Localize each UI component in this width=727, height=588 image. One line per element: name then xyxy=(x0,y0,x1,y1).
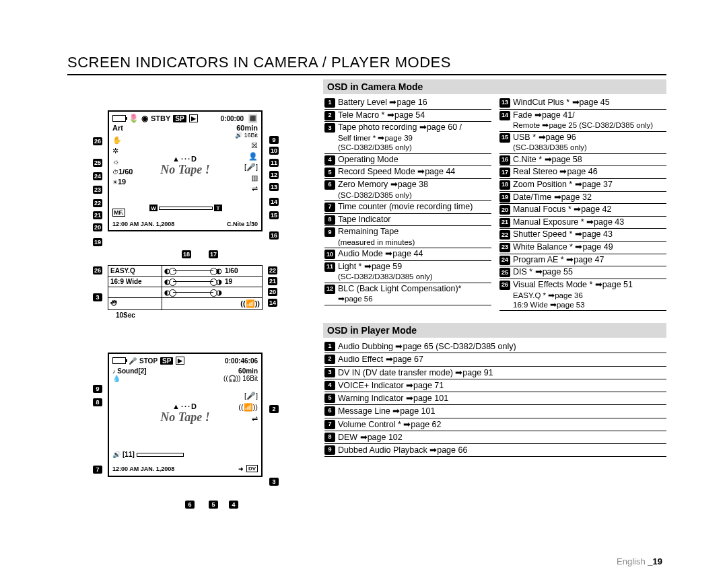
legend-text: Date/Time ➡page 32 xyxy=(513,192,666,203)
mini-settings-panel: EASY.Q◐◐1/60 16:9 Wide◐◑19 ◐◑ 🖑((📶)) xyxy=(108,265,263,310)
legend-item-26: 26Visual Effects Mode * ➡page 51EASY.Q *… xyxy=(499,279,666,311)
legend-num: 14 xyxy=(499,111,510,120)
legend-text: Tape photo recording ➡page 60 /Self time… xyxy=(338,122,491,152)
legend-item-12: 12BLC (Back Light Compensation)*➡page 56 xyxy=(324,283,491,305)
section-camera-band: OSD in Camera Mode xyxy=(323,79,666,94)
legend-num: 11 xyxy=(324,262,335,272)
mini-callout-20: 20 xyxy=(268,288,277,296)
pcallout-6: 6 xyxy=(185,501,195,509)
legend-num: 20 xyxy=(499,205,510,215)
callout-21: 21 xyxy=(93,211,102,219)
play-icon: ▶ xyxy=(176,357,184,365)
legend-text: Audio Mode ➡page 44 xyxy=(338,249,491,260)
tape-icon: 🔳 xyxy=(248,114,258,122)
remaining-tape: 60min xyxy=(236,124,258,132)
legend-text: Record Speed Mode ➡page 44 xyxy=(338,167,491,178)
page-footer: English _19 xyxy=(617,556,662,566)
legend-num: 5 xyxy=(324,394,335,403)
legend-item-8: 8DEW ➡page 102 xyxy=(324,431,666,444)
legend-num: 26 xyxy=(499,281,510,290)
visual-effect: Art xyxy=(112,124,123,132)
legend-num: 3 xyxy=(324,368,335,377)
mini-callout-3: 3 xyxy=(93,293,102,301)
dew-indicator: ▲···D xyxy=(109,155,261,163)
callout-14: 14 xyxy=(269,198,279,206)
section-player-band: OSD in Player Mode xyxy=(323,323,666,338)
legend-text: Tele Macro * ➡page 54 xyxy=(338,110,491,121)
legend-item-16: 16C.Nite * ➡page 58 xyxy=(499,154,666,167)
legend-item-18: 18Zoom Position * ➡page 37 xyxy=(499,179,666,192)
battery-icon xyxy=(112,115,126,122)
manual-focus: MF. xyxy=(112,209,125,217)
mini-shutter: 1/60 xyxy=(225,267,238,274)
mini-callout-21: 21 xyxy=(268,277,277,285)
player-osd-screen: 🎤 STOP SP ▶ 0:00:46:06 ♪ Sound[2] 60min … xyxy=(108,353,263,477)
legend-text: Battery Level ➡page 16 xyxy=(338,98,491,108)
photo-icon: ◉ xyxy=(141,114,148,122)
legend-num: 9 xyxy=(324,445,335,455)
legend-num: 24 xyxy=(499,256,510,265)
callout-20: 20 xyxy=(93,223,102,231)
legend-item-9: 9Remaining Tape(measured in minutes) xyxy=(324,226,491,248)
time-counter: 0:00:46:06 xyxy=(225,357,258,365)
callout-9: 9 xyxy=(269,136,279,144)
legend-num: 4 xyxy=(324,155,335,165)
legend-num: 8 xyxy=(324,215,335,225)
legend-item-11: 11Light * ➡page 59(SC-D382/D383/D385 onl… xyxy=(324,261,491,283)
pcallout-4: 4 xyxy=(229,501,238,509)
wide-label: 16:9 Wide xyxy=(108,277,162,287)
legend-item-24: 24Program AE * ➡page 47 xyxy=(499,254,666,267)
message-line: No Tape ! xyxy=(109,410,261,425)
legend-text: Dubbed Audio Playback ➡page 66 xyxy=(338,445,666,455)
dubbing-icon: 🎤 xyxy=(129,357,137,365)
zoom-bar: W T xyxy=(149,205,222,211)
legend-text: Zero Memory ➡page 38(SC-D382/D385 only) xyxy=(338,180,491,200)
telemacro-icon: 🌷 xyxy=(129,114,139,122)
callout-17: 17 xyxy=(209,250,218,258)
legend-num: 7 xyxy=(324,420,335,429)
callout-15: 15 xyxy=(269,211,279,219)
legend-num: 19 xyxy=(499,193,510,203)
legend-text: WindCut Plus * ➡page 45 xyxy=(513,98,666,108)
legend-text: Remaining Tape(measured in minutes) xyxy=(338,227,491,247)
legend-num: 22 xyxy=(499,230,510,240)
callout-26: 26 xyxy=(93,137,102,145)
legend-num: 4 xyxy=(324,381,335,390)
camera-figure-column: 1 2 3 4 5 6 7 8 9 10 11 12 13 14 15 16 1… xyxy=(67,97,316,319)
legend-item-21: 21Manual Exposure * ➡page 43 xyxy=(499,217,666,229)
legend-item-6: 6Zero Memory ➡page 38(SC-D382/D385 only) xyxy=(324,179,491,201)
legend-num: 12 xyxy=(324,285,335,294)
selftimer-10sec: 10Sec xyxy=(116,311,316,319)
legend-item-22: 22Shutter Speed * ➡page 43 xyxy=(499,229,666,242)
legend-item-4: 4VOICE+ Indicator ➡page 71 xyxy=(324,379,666,392)
record-speed: SP xyxy=(160,357,173,365)
legend-text: Message Line ➡page 101 xyxy=(338,406,666,416)
speaker-icon: 🔊 xyxy=(235,132,242,139)
camera-legend-right: 13WindCut Plus * ➡page 4514Fade ➡page 41… xyxy=(499,97,666,319)
camera-row: 1 2 3 4 5 6 7 8 9 10 11 12 13 14 15 16 1… xyxy=(67,97,666,319)
camera-legend-left: 1Battery Level ➡page 162Tele Macro * ➡pa… xyxy=(324,97,491,319)
audio-effect-icon: ((🎧)) xyxy=(223,375,240,382)
legend-item-1: 1Audio Dubbing ➡page 65 (SC-D382/D385 on… xyxy=(324,340,666,353)
legend-num: 21 xyxy=(499,218,510,227)
legend-text: DIS * ➡page 55 xyxy=(513,267,666,278)
remote-icon: ((📶)) xyxy=(240,299,260,308)
legend-num: 2 xyxy=(324,355,335,364)
zero-memory-icon: ▶ xyxy=(189,114,198,122)
pcallout-8: 8 xyxy=(93,398,102,406)
audio-mode: 16Bit xyxy=(244,132,258,139)
legend-item-19: 19Date/Time ➡page 32 xyxy=(499,192,666,205)
legend-text: USB * ➡page 96(SC-D383/D385 only) xyxy=(513,133,666,153)
legend-num: 10 xyxy=(324,250,335,259)
legend-num: 16 xyxy=(499,155,510,165)
pcallout-3: 3 xyxy=(269,478,279,486)
mini-callout-22: 22 xyxy=(268,266,277,274)
legend-text: Program AE * ➡page 47 xyxy=(513,255,666,266)
legend-item-25: 25DIS * ➡page 55 xyxy=(499,266,666,279)
legend-text: Fade ➡page 41/Remote ➡page 25 (SC-D382/D… xyxy=(513,110,666,131)
legend-text: Audio Effect ➡page 67 xyxy=(338,354,666,365)
legend-item-8: 8Tape Indicator xyxy=(324,214,491,227)
dv-in-icon: DV xyxy=(246,465,258,472)
legend-item-3: 3Tape photo recording ➡page 60 /Self tim… xyxy=(324,122,491,153)
audio-mode: 16Bit xyxy=(242,375,258,382)
